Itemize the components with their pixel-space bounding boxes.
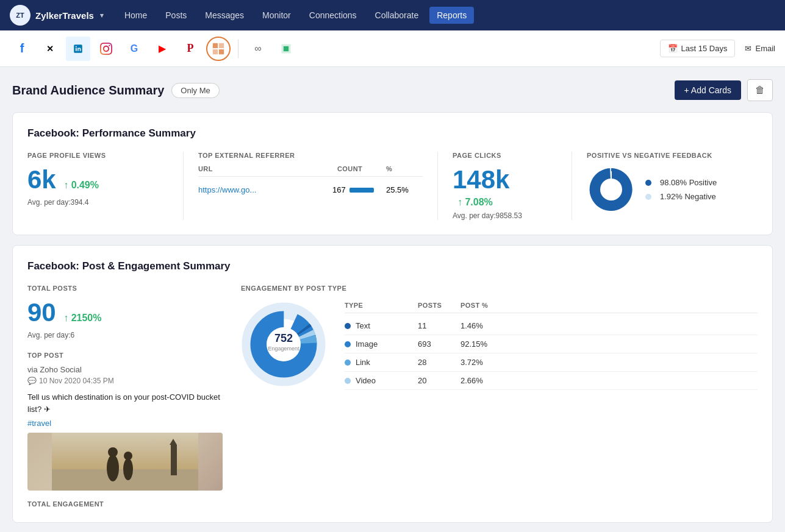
top-post-label: TOP POST	[27, 352, 223, 359]
engagement-by-type-label: ENGAGEMENT BY POST TYPE	[241, 285, 758, 292]
social-zoho[interactable]	[206, 37, 231, 61]
nav-home[interactable]: Home	[117, 7, 154, 24]
performance-card-title: Facebook: Performance Summary	[27, 127, 758, 140]
eng-type-text: Text	[345, 321, 418, 330]
referrer-table: URL COUNT % https://www.go... 167 25.5%	[198, 165, 423, 198]
referrer-table-header: URL COUNT %	[198, 165, 423, 177]
nav-monitor[interactable]: Monitor	[255, 7, 298, 24]
delete-button[interactable]: 🗑	[747, 79, 773, 101]
social-extra1[interactable]: ∞	[246, 37, 270, 61]
post-image-svg	[52, 433, 198, 491]
svg-point-12	[108, 447, 118, 457]
page-clicks-label: PAGE CLICKS	[453, 152, 557, 159]
nav-reports[interactable]: Reports	[429, 7, 474, 24]
donut-chart: 752 Engagement	[241, 302, 326, 387]
page-profile-views-value-row: 6k 0.49%	[27, 165, 168, 194]
top-post-section: TOP POST via Zoho Social 💬 10 Nov 2020 0…	[27, 352, 223, 491]
page-clicks-value-row: 148k	[453, 165, 557, 194]
social-pinterest[interactable]: P	[178, 37, 203, 61]
engagement-chart-area: 752 Engagement TYPE POSTS POST %	[241, 302, 758, 390]
total-posts-avg: Avg. per day:6	[27, 331, 223, 339]
svg-rect-15	[171, 445, 177, 475]
pie-legend-positive: 98.08% Positive	[645, 178, 717, 187]
social-google[interactable]: G	[122, 37, 146, 61]
ref-pct: 25.5%	[386, 185, 423, 194]
social-separator	[238, 40, 238, 58]
top-referrer-section: TOP EXTERNAL REFERRER URL COUNT % https:…	[198, 152, 438, 220]
top-post-hashtag: #travel	[27, 419, 223, 428]
social-twitter[interactable]: ✕	[38, 37, 62, 61]
date-range-button[interactable]: 📅 Last 15 Days	[660, 40, 736, 57]
total-engagement-label: TOTAL ENGAGEMENT	[27, 500, 223, 508]
video-dot	[345, 378, 351, 384]
visibility-badge[interactable]: Only Me	[171, 83, 219, 98]
pie-chart	[587, 165, 636, 214]
post-engagement-grid: TOTAL POSTS 90 2150% Avg. per day:6 TOP …	[27, 285, 758, 508]
page-clicks-change-row: 7.08%	[453, 197, 557, 208]
social-bar-right: 📅 Last 15 Days ✉ Email	[660, 40, 775, 57]
donut-wrapper: 752 Engagement	[241, 302, 326, 387]
top-referrer-label: TOP EXTERNAL REFERRER	[198, 152, 423, 159]
eng-row-video: Video 20 2.66%	[345, 372, 758, 390]
svg-rect-2	[213, 49, 218, 54]
calendar-icon: 📅	[668, 44, 678, 53]
total-posts-value: 90	[27, 298, 56, 327]
total-posts-section: TOTAL POSTS 90 2150% Avg. per day:6	[27, 285, 223, 339]
svg-rect-1	[219, 43, 224, 48]
eng-type-link: Link	[345, 358, 418, 367]
donut-total-text: 752	[274, 332, 293, 344]
donut-sub-text: Engagement	[268, 346, 299, 352]
brand-logo: ZT	[10, 5, 30, 26]
post-engagement-card: Facebook: Post & Engagement Summary TOTA…	[12, 245, 773, 523]
feedback-section: POSITIVE VS NEGATIVE FEEDBACK	[587, 152, 758, 220]
post-engagement-card-title: Facebook: Post & Engagement Summary	[27, 260, 758, 272]
negative-label: 1.92% Negative	[660, 192, 716, 201]
top-post-via: via Zoho Social	[27, 365, 223, 374]
pie-container: 98.08% Positive 1.92% Negative	[587, 165, 758, 214]
total-posts-label: TOTAL POSTS	[27, 285, 223, 292]
nav-posts[interactable]: Posts	[158, 7, 194, 24]
ref-bar	[349, 188, 374, 193]
page-header: Brand Audience Summary Only Me + Add Car…	[12, 79, 773, 101]
ref-url-value[interactable]: https://www.go...	[198, 185, 328, 194]
svg-rect-0	[213, 43, 218, 48]
page-clicks-avg: Avg. per day:9858.53	[453, 211, 557, 220]
chat-icon: 💬	[27, 377, 37, 385]
video-pct: 2.66%	[461, 376, 509, 385]
page-clicks-change: 7.08%	[457, 197, 493, 207]
page-title: Brand Audience Summary	[12, 83, 164, 98]
ref-count: 167	[332, 185, 346, 194]
page-profile-views-avg: Avg. per day:394.4	[27, 198, 168, 207]
nav-collaborate[interactable]: Collaborate	[368, 7, 426, 24]
engagement-table-header: TYPE POSTS POST %	[345, 302, 758, 313]
pie-legend: 98.08% Positive 1.92% Negative	[645, 178, 717, 201]
brand[interactable]: ZT ZylkerTravels ▾	[10, 5, 104, 26]
ref-col-pct: %	[386, 165, 423, 172]
link-posts: 28	[418, 358, 461, 367]
top-post-date: 💬 10 Nov 2020 04:35 PM	[27, 377, 223, 385]
social-extra2[interactable]	[274, 37, 298, 61]
page-profile-views-value: 6k	[27, 165, 56, 194]
eng-row-text: Text 11 1.46%	[345, 317, 758, 335]
total-posts-value-row: 90 2150%	[27, 298, 223, 327]
link-dot	[345, 360, 351, 366]
svg-rect-3	[219, 49, 224, 54]
add-cards-button[interactable]: + Add Cards	[675, 80, 741, 100]
social-instagram[interactable]	[94, 37, 118, 61]
nav-connections[interactable]: Connections	[302, 7, 364, 24]
total-engagement-section: TOTAL ENGAGEMENT	[27, 500, 223, 508]
top-post-image	[27, 433, 223, 491]
text-pct: 1.46%	[461, 321, 509, 330]
ref-bar-cell: 167	[332, 185, 381, 194]
nav-messages[interactable]: Messages	[198, 7, 251, 24]
eng-type-image: Image	[345, 339, 418, 349]
social-youtube[interactable]: ▶	[150, 37, 174, 61]
page-clicks-value: 148k	[453, 165, 509, 194]
delete-icon: 🗑	[755, 85, 765, 95]
social-linkedin[interactable]	[66, 37, 90, 61]
eng-row-link: Link 28 3.72%	[345, 353, 758, 372]
brand-chevron: ▾	[100, 12, 104, 20]
email-button[interactable]: ✉ Email	[745, 44, 775, 53]
date-range-label: Last 15 Days	[681, 44, 728, 53]
social-facebook[interactable]: f	[10, 37, 34, 61]
